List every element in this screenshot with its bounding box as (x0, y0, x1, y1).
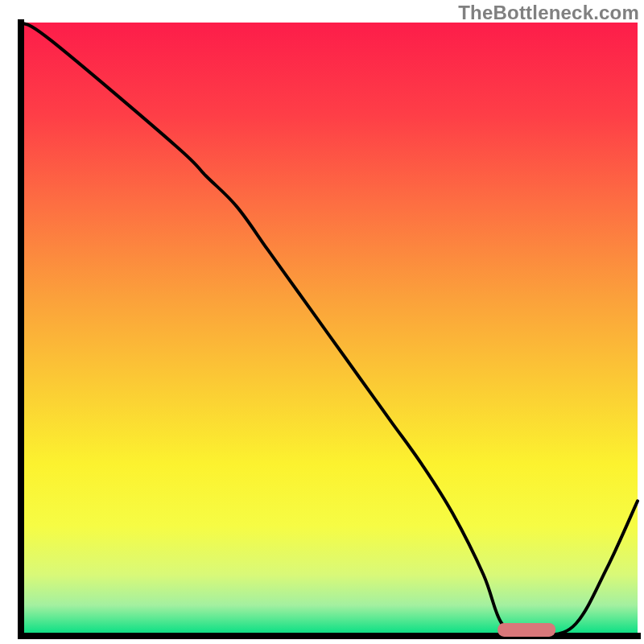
bottleneck-chart: TheBottleneck.com (0, 0, 644, 644)
optimal-marker (497, 623, 555, 637)
watermark-text: TheBottleneck.com (458, 2, 639, 24)
chart-canvas (0, 0, 644, 644)
plot-background (21, 23, 638, 636)
